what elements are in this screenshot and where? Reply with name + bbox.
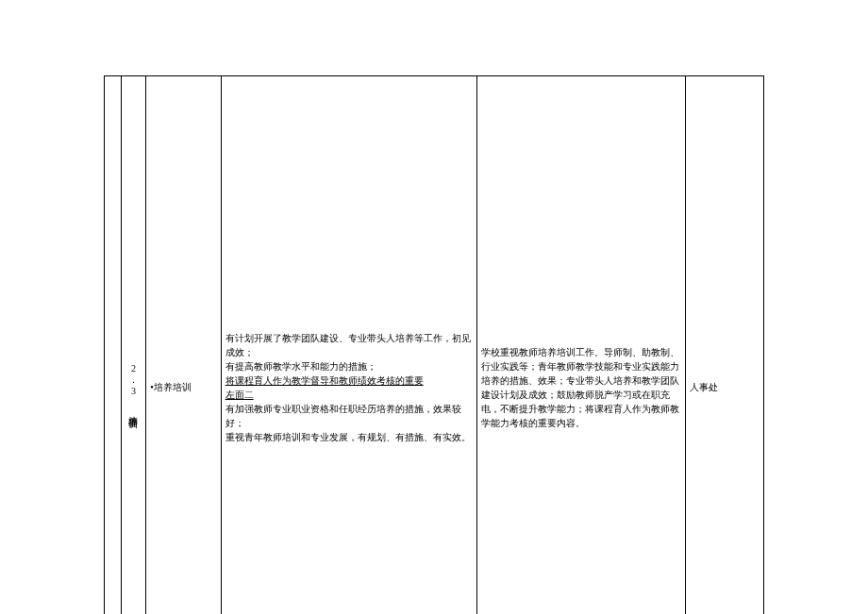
cell-level1-empty <box>105 76 122 615</box>
req-line: 有提高教师教学水平和能力的措施； <box>225 359 474 373</box>
req-line: 有计划开展了教学团队建设、专业带头人培养等工作，初见成效； <box>225 331 474 359</box>
cell-level2: 2.3 培养培训 <box>121 76 146 615</box>
table-1: 2.3 培养培训 •培养培训 有计划开展了教学团队建设、专业带头人培养等工作，初… <box>104 75 764 614</box>
req-line: 重视青年教师培训和专业发展，有规划、有措施、有实效。 <box>225 430 474 444</box>
req-line: 将课程育人作为教学督导和教师绩效考核的重要 <box>225 373 474 388</box>
cell-observation: •培养培训 <box>146 76 222 615</box>
level2-label: 2.3 培养培训 <box>126 80 141 614</box>
req-line: 左面二 <box>225 388 474 402</box>
cell-dept: 人事处 <box>686 76 764 615</box>
table-row: 2.3 培养培训 •培养培训 有计划开展了教学团队建设、专业带头人培养等工作，初… <box>105 76 764 615</box>
req-line: 有加强教师专业职业资格和任职经历培养的措施，效果较好； <box>225 402 474 430</box>
cell-interpretation: 学校重视教师培养培训工作。导师制、助教制、行业实践等；青年教师教学技能和专业实践… <box>477 76 686 615</box>
cell-requirements: 有计划开展了教学团队建设、专业带头人培养等工作，初见成效；有提高教师教学水平和能… <box>221 76 477 615</box>
document-page: 2.3 培养培训 •培养培训 有计划开展了教学团队建设、专业带头人培养等工作，初… <box>0 0 868 614</box>
